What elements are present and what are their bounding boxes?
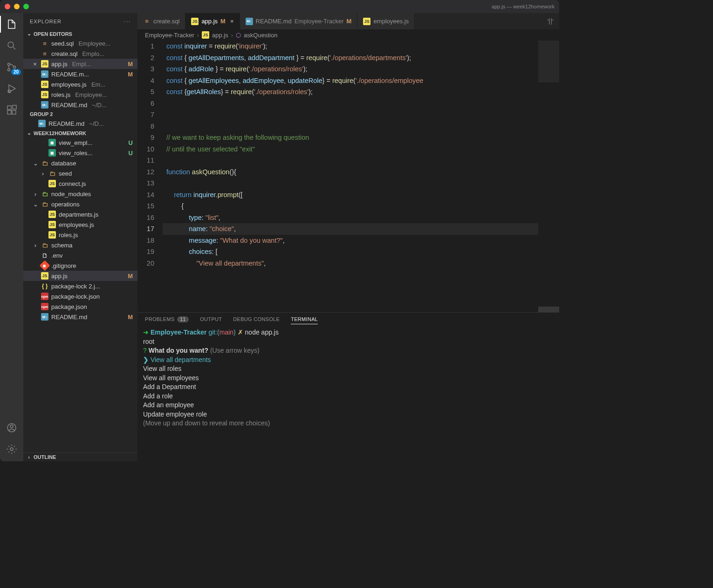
sidebar-title: EXPLORER xyxy=(30,19,62,24)
untracked-badge: U xyxy=(129,139,133,146)
tree-file[interactable]: M↓README.mdM xyxy=(23,312,137,322)
line-gutter: 1234567891011121314151617181920 xyxy=(137,41,163,312)
open-editor-item[interactable]: ≡seed.sqlEmployee... xyxy=(23,38,137,48)
tree-file[interactable]: JSroles.js xyxy=(23,230,137,240)
panel-tab-problems[interactable]: PROBLEMS11 xyxy=(145,316,189,324)
file-icon: 🗋 xyxy=(41,252,48,259)
tree-folder[interactable]: ⌄🗀operations xyxy=(23,199,137,209)
chevron-down-icon: ⌄ xyxy=(26,31,32,37)
file-label: package-lock 2.j... xyxy=(51,283,100,290)
activity-account-icon[interactable] xyxy=(5,421,18,434)
breadcrumb[interactable]: Employee-Tracker › JS app.js › ⬡ askQues… xyxy=(137,29,559,41)
folder-icon: 🗀 xyxy=(41,241,48,249)
open-editor-item[interactable]: ×JSapp.jsEmpl...M xyxy=(23,59,137,69)
markdown-icon: M↓ xyxy=(38,120,46,127)
open-editor-item[interactable]: M↓README.md~/D... xyxy=(23,118,137,129)
svg-point-11 xyxy=(10,448,13,451)
activity-explorer-icon[interactable] xyxy=(5,18,18,31)
chevron-right-icon: › xyxy=(40,170,46,177)
window-maximize[interactable] xyxy=(23,4,29,9)
section-group2[interactable]: GROUP 2 xyxy=(23,110,137,118)
editor-tab[interactable]: ≡create.sql xyxy=(137,13,185,29)
panel-tab-output[interactable]: OUTPUT xyxy=(200,316,222,324)
section-outline[interactable]: › OUTLINE xyxy=(23,452,137,461)
js-icon: JS xyxy=(48,211,56,218)
code-editor[interactable]: 1234567891011121314151617181920 const in… xyxy=(137,41,559,312)
file-label: seed.sql xyxy=(51,40,74,47)
tree-file[interactable]: JSapp.jsM xyxy=(23,271,137,281)
folder-icon: 🗀 xyxy=(41,159,48,167)
open-editor-item[interactable]: ≡create.sqlEmplo... xyxy=(23,48,137,59)
file-label: node_modules xyxy=(51,191,91,198)
panel-tab-terminal[interactable]: TERMINAL xyxy=(291,316,318,324)
open-editor-item[interactable]: M↓README.md~/D... xyxy=(23,100,137,110)
file-label: schema xyxy=(51,242,73,249)
database-icon: ≡ xyxy=(41,50,48,57)
svg-rect-5 xyxy=(7,106,11,109)
svg-rect-8 xyxy=(13,105,16,109)
js-icon: JS xyxy=(41,81,48,88)
image-icon: ▣ xyxy=(48,139,56,146)
open-editor-item[interactable]: JSroles.jsEmployee... xyxy=(23,89,137,100)
file-label: README.m... xyxy=(51,71,89,78)
activity-search-icon[interactable] xyxy=(5,39,18,52)
folder-icon: 🗀 xyxy=(41,200,48,208)
sidebar: EXPLORER ··· ⌄ OPEN EDITORS ≡seed.sqlEmp… xyxy=(23,13,137,461)
js-icon: JS xyxy=(48,231,56,239)
code-content[interactable]: const inquirer = require('inquirer');con… xyxy=(163,41,538,312)
tree-file[interactable]: ▣view_roles...U xyxy=(23,148,137,158)
svg-point-1 xyxy=(8,63,10,66)
tree-file[interactable]: JSconnect.js xyxy=(23,178,137,189)
section-workspace[interactable]: ⌄ WEEK12HOMEWORK xyxy=(23,129,137,137)
tree-file[interactable]: JSdepartments.js xyxy=(23,209,137,219)
terminal[interactable]: ➜ Employee-Tracker git:(main) ✗ node app… xyxy=(137,326,559,461)
file-label: app.js xyxy=(51,61,68,68)
editor-tab[interactable]: JSapp.jsM× xyxy=(185,13,240,29)
editor-tabs: ≡create.sqlJSapp.jsM×M↓README.mdEmployee… xyxy=(137,13,559,29)
editor-tab[interactable]: M↓README.mdEmployee-TrackerM xyxy=(240,13,358,29)
npm-icon: npm xyxy=(41,293,48,300)
tree-file[interactable]: JSemployees.js xyxy=(23,219,137,230)
window-minimize[interactable] xyxy=(14,4,20,9)
tree-file[interactable]: { }package-lock 2.j... xyxy=(23,281,137,291)
markdown-icon: M↓ xyxy=(41,70,48,78)
file-label: package-lock.json xyxy=(51,293,100,300)
close-icon[interactable]: × xyxy=(32,61,38,68)
tree-folder[interactable]: ›🗀node_modules xyxy=(23,189,137,199)
window-title: app.js — week12homework xyxy=(492,4,555,9)
tree-file[interactable]: ◆.gitignore xyxy=(23,260,137,271)
tab-label: README.md xyxy=(256,18,292,25)
symbol-icon: ⬡ xyxy=(236,32,241,39)
open-editor-item[interactable]: M↓README.m...M xyxy=(23,69,137,79)
activity-scm-icon[interactable]: 20 xyxy=(5,61,18,74)
svg-point-10 xyxy=(10,425,13,428)
modified-badge: M xyxy=(347,18,352,25)
section-open-editors[interactable]: ⌄ OPEN EDITORS xyxy=(23,29,137,38)
activity-settings-icon[interactable] xyxy=(5,443,18,456)
compare-icon[interactable] xyxy=(546,17,555,26)
activity-extensions-icon[interactable] xyxy=(5,103,18,116)
activity-debug-icon[interactable] xyxy=(5,82,18,95)
sidebar-more-icon[interactable]: ··· xyxy=(124,19,131,24)
tree-folder[interactable]: ›🗀schema xyxy=(23,240,137,250)
close-icon[interactable]: × xyxy=(230,18,234,25)
tab-label: employees.js xyxy=(373,18,409,25)
panel-tab-debug[interactable]: DEBUG CONSOLE xyxy=(233,316,280,324)
window-close[interactable] xyxy=(5,4,10,9)
open-editor-item[interactable]: JSemployees.jsEm... xyxy=(23,79,137,89)
file-label: .gitignore xyxy=(51,262,76,269)
tree-file[interactable]: npmpackage-lock.json xyxy=(23,291,137,301)
editor-tab[interactable]: JSemployees.js xyxy=(357,13,415,29)
tree-folder[interactable]: ⌄🗀database xyxy=(23,158,137,168)
file-label: README.md xyxy=(51,102,87,109)
file-label: connect.js xyxy=(59,180,86,187)
npm-icon: npm xyxy=(41,303,48,310)
minimap[interactable] xyxy=(538,41,559,312)
file-label: create.sql xyxy=(51,50,77,57)
modified-badge: M xyxy=(128,61,133,68)
tree-file[interactable]: 🗋.env xyxy=(23,250,137,260)
tree-file[interactable]: ▣view_empl...U xyxy=(23,137,137,148)
file-label: departments.js xyxy=(59,211,98,218)
tree-folder[interactable]: ›🗀seed xyxy=(23,168,137,178)
tree-file[interactable]: npmpackage.json xyxy=(23,301,137,312)
